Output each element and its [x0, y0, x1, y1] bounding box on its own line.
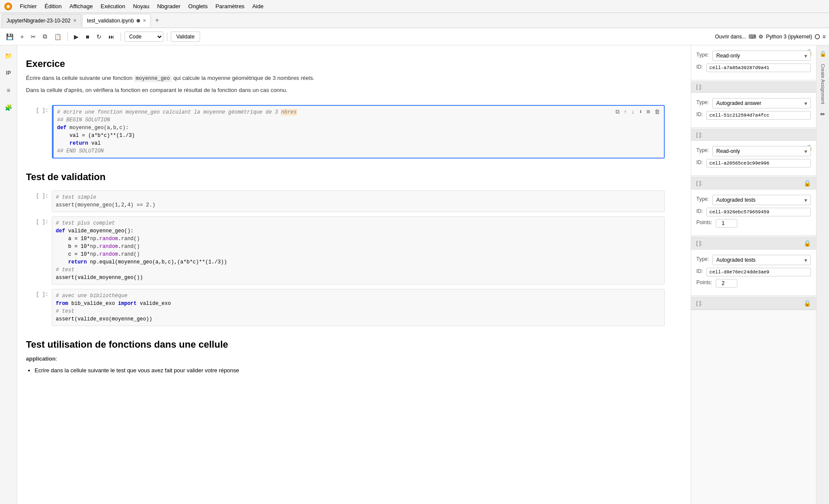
rp-section-4: Type: Autograded tests Read-only Autogra… — [691, 190, 816, 236]
toolbar-icon2[interactable]: ⚙ — [759, 34, 763, 40]
right-sidebar-pencil-icon[interactable]: ✏ — [819, 109, 827, 119]
menu-onglets[interactable]: Onglets — [185, 2, 211, 10]
add-cell-button[interactable]: + — [18, 32, 26, 42]
rp-section-2: Type: Autograded answer Read-only Autogr… — [691, 93, 816, 128]
menu-parametres[interactable]: Paramètres — [212, 2, 248, 10]
test-fonctions-title: Test utilisation de fonctions dans une c… — [26, 339, 665, 350]
cell-3-prompt: [ ]: — [26, 216, 52, 225]
code2-line-2: assert(moyenne_geo(1,2,4) == 2.) — [56, 201, 661, 209]
rp-row-1-type: Type: Read-only Autograded answer Autogr… — [696, 51, 811, 61]
rp-type-select-4[interactable]: Autograded tests Read-only Autograded an… — [712, 195, 811, 205]
cut-button[interactable]: ✂ — [28, 32, 38, 42]
rp-type-select-3[interactable]: Read-only Autograded answer Autograded t… — [712, 146, 811, 156]
cell-1-toolbar: ⧉ ↑ ↓ ⬇ ⊞ 🗑 — [614, 108, 661, 117]
application-label: application: — [26, 355, 665, 363]
validate-button[interactable]: Validate — [171, 32, 200, 42]
menu-nbgrader[interactable]: Nbgrader — [153, 2, 184, 10]
cell-test-fonctions-heading: Test utilisation de fonctions dans une c… — [26, 339, 665, 375]
code3-line-7: # test — [56, 266, 661, 274]
code3-line-8: assert(valide_moyenne_geo()) — [56, 274, 661, 282]
rp-id-input-3[interactable] — [706, 159, 811, 168]
kernel-status — [815, 34, 820, 39]
rp-type-select-1[interactable]: Read-only Autograded answer Autograded t… — [712, 51, 811, 61]
tab-jupyter-close[interactable]: ✕ — [73, 18, 77, 23]
tab-test-validation[interactable]: test_validation.ipynb ✕ — [82, 14, 151, 27]
rp-id-input-1[interactable] — [706, 63, 811, 72]
paste-button[interactable]: 📋 — [51, 32, 64, 42]
run-button[interactable]: ▶ — [71, 32, 81, 42]
right-sidebar-lock-icon[interactable]: 🔒 — [818, 49, 828, 59]
menu-fichier[interactable]: Fichier — [16, 2, 40, 10]
menu-aide[interactable]: Aide — [249, 2, 267, 10]
cell-download-icon[interactable]: ⬇ — [638, 108, 644, 117]
rp-id-label-2: ID: — [696, 111, 703, 117]
rp-id-input-4[interactable] — [706, 208, 811, 216]
code4-line-3: # test — [56, 307, 661, 315]
rp-section-5-wrapper: [ ]: 🔒 Type: Autograded tests Read-only … — [691, 237, 816, 297]
notebook-area: Exercice Écrire dans la cellule suivante… — [17, 45, 691, 504]
cell-2-prompt: [ ]: — [26, 190, 52, 199]
tab-new-button[interactable]: + — [152, 15, 163, 26]
rp-points-input-5[interactable] — [716, 279, 737, 288]
rp-row-4-id: ID: — [696, 208, 811, 216]
rp-points-label-5: Points: — [696, 279, 712, 285]
cell-up-icon[interactable]: ↑ — [622, 108, 628, 117]
rp-type-select-5[interactable]: Autograded tests Read-only Autograded an… — [712, 255, 811, 265]
rp-cell-preview-4: [ ]: 🔒 — [691, 177, 816, 190]
rp-type-label-3: Type: — [696, 147, 709, 153]
cell-code-3-wrapper: [ ]: # test plus complet def valide_moye… — [26, 216, 665, 285]
menu-edition[interactable]: Édition — [41, 2, 65, 10]
kernel-menu[interactable]: ≡ — [823, 34, 826, 40]
restart-run-button[interactable]: ⏭ — [106, 32, 117, 42]
code3-line-6: return np.equal(moyenne_geo(a,b,c),(a*b*… — [56, 258, 661, 266]
rp-id-input-5[interactable] — [706, 268, 811, 276]
sidebar-toc-icon[interactable]: ≡ — [2, 83, 16, 97]
code4-line-1: # avec une bibliothèque — [56, 292, 661, 300]
sep2 — [121, 32, 121, 41]
cell-delete-icon[interactable]: 🗑 — [653, 108, 661, 117]
code3-line-2: def valide_moyenne_geo(): — [56, 227, 661, 235]
rp-row-2-id: ID: — [696, 111, 811, 120]
rp-cell-preview-6: [ ]: 🔒 — [691, 297, 816, 310]
sep3 — [167, 32, 167, 41]
open-in-label[interactable]: Ouvrir dans... — [715, 34, 746, 40]
tab-test-validation-close[interactable]: ✕ — [143, 18, 146, 23]
toolbar-icon1[interactable]: ⌨ — [749, 34, 756, 40]
toolbar: 💾 + ✂ ⧉ 📋 ▶ ■ ↻ ⏭ Code Markdown Raw Vali… — [0, 28, 829, 45]
application-item-1: Ecrire dans la cellule suivante le test … — [35, 366, 665, 375]
rp-section-3: 🔒 Type: Read-only Autograded answer Auto… — [691, 141, 816, 176]
rp-section-1: 🔒 Type: Read-only Autograded answer Auto… — [691, 45, 816, 80]
cell-down-icon[interactable]: ↓ — [630, 108, 636, 117]
rp-section-4-wrapper: [ ]: 🔒 Type: Autograded tests Read-only … — [691, 177, 816, 237]
cell-code-2[interactable]: # test simple assert(moyenne_geo(1,2,4) … — [52, 190, 665, 212]
exercice-p1: Écrire dans la cellule suivante une fonc… — [26, 74, 665, 82]
sep1 — [67, 32, 68, 41]
rp-row-2-type: Type: Autograded answer Read-only Autogr… — [696, 98, 811, 108]
copy-button[interactable]: ⧉ — [40, 31, 50, 42]
tab-jupyter[interactable]: JupyterNbgrader-23-10-202 ✕ — [2, 14, 81, 27]
rp-type-label-1: Type: — [696, 52, 709, 58]
sidebar-extensions-icon[interactable]: 🧩 — [2, 101, 16, 114]
create-assignment-label[interactable]: Create Assignment — [819, 60, 827, 108]
stop-button[interactable]: ■ — [83, 32, 92, 42]
rp-type-label-2: Type: — [696, 99, 709, 105]
menu-noyau[interactable]: Noyau — [130, 2, 153, 10]
cell-code-3[interactable]: # test plus complet def valide_moyenne_g… — [52, 216, 665, 285]
kernel-label: Python 3 (ipykernel) — [766, 34, 812, 40]
sidebar-files-icon[interactable]: 📁 — [2, 49, 16, 63]
cell-1-prompt: [ ]: — [26, 105, 52, 114]
sidebar-running-icon[interactable]: IP — [2, 66, 16, 80]
cell-copy-icon[interactable]: ⧉ — [614, 108, 621, 117]
menu-affichage[interactable]: Affichage — [66, 2, 96, 10]
save-button[interactable]: 💾 — [3, 32, 16, 42]
rp-points-input-4[interactable] — [716, 219, 737, 228]
cell-type-select[interactable]: Code Markdown Raw — [124, 32, 163, 42]
cell-lock-icon[interactable]: ⊞ — [645, 108, 651, 117]
cell-code-1[interactable]: ⧉ ↑ ↓ ⬇ ⊞ 🗑 # écrire une fonction moyenn… — [52, 105, 665, 158]
restart-button[interactable]: ↻ — [94, 32, 104, 42]
menu-execution[interactable]: Exécution — [97, 2, 129, 10]
tab-test-validation-label: test_validation.ipynb — [87, 18, 134, 24]
rp-id-input-2[interactable] — [706, 111, 811, 120]
cell-code-4[interactable]: # avec une bibliothèque from bib_valide_… — [52, 289, 665, 326]
rp-type-select-2[interactable]: Autograded answer Read-only Autograded t… — [712, 98, 811, 108]
